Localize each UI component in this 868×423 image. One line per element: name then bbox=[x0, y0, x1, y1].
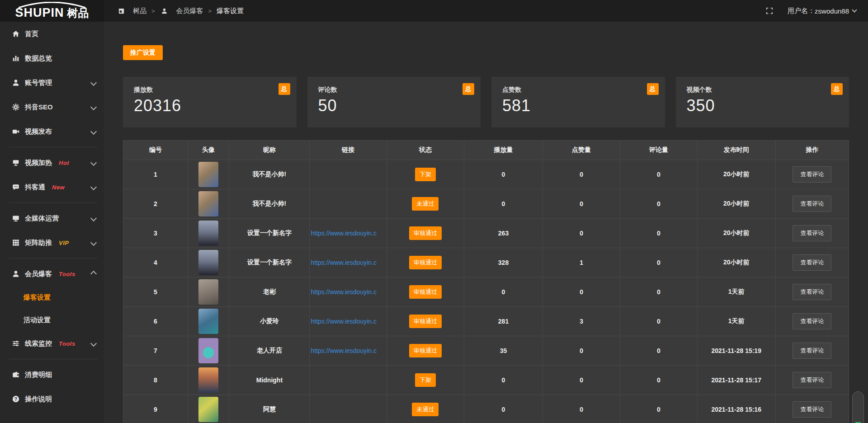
comments-count: 0 bbox=[620, 336, 697, 366]
publish-time: 2021-11-28 15:17 bbox=[697, 366, 775, 395]
sidebar-item-operation-guide[interactable]: ? 操作说明 bbox=[0, 387, 104, 411]
chevron-down-icon bbox=[90, 160, 97, 166]
breadcrumb-item-member-baoke[interactable]: 会员爆客 bbox=[160, 6, 203, 15]
sidebar: 首页 数据总览 账号管理 抖音SEO 视频发布 视频加热 Hot 抖客通 New… bbox=[0, 22, 104, 423]
sidebar-item-label: 首页 bbox=[25, 30, 38, 38]
stat-value: 350 bbox=[687, 96, 839, 115]
nickname: 设置一个新名字 bbox=[229, 219, 310, 248]
sidebar-item-label: 抖客通 bbox=[25, 183, 45, 192]
user-menu[interactable]: 用户名： zswodun88 bbox=[788, 7, 856, 15]
sidebar-item-video-publish[interactable]: 视频发布 bbox=[0, 119, 104, 144]
chevron-down-icon bbox=[852, 7, 857, 12]
logo-arc bbox=[16, 2, 88, 8]
plays-count: 328 bbox=[464, 248, 542, 277]
fullscreen-icon[interactable] bbox=[765, 6, 774, 15]
breadcrumb-item-root[interactable]: 树品 bbox=[117, 6, 146, 15]
stats-row: 播放数 20316 总 评论数 50 总 点赞数 581 总 视频个数 350 … bbox=[123, 77, 849, 127]
avatar bbox=[198, 250, 218, 275]
video-link[interactable]: https://www.iesdouyin.c bbox=[311, 259, 377, 266]
dashboard-icon bbox=[117, 6, 126, 15]
status-badge: 下架 bbox=[415, 168, 436, 181]
view-comments-button[interactable]: 查看评论 bbox=[793, 313, 831, 329]
likes-count: 3 bbox=[542, 307, 620, 336]
sidebar-item-data-overview[interactable]: 数据总览 bbox=[0, 46, 104, 70]
likes-count: 0 bbox=[542, 219, 620, 248]
video-link[interactable]: https://www.iesdouyin.c bbox=[311, 288, 377, 296]
sidebar-item-consume-detail[interactable]: 消费明细 bbox=[0, 362, 104, 387]
user-icon bbox=[11, 78, 20, 87]
sidebar-item-douyin-seo[interactable]: 抖音SEO bbox=[0, 95, 104, 119]
sidebar-item-label: 账号管理 bbox=[25, 79, 52, 87]
nickname: 老人开店 bbox=[229, 336, 310, 366]
chevron-down-icon bbox=[90, 340, 97, 347]
sidebar-item-member-baoke[interactable]: 会员爆客 Tools bbox=[0, 262, 104, 286]
status-badge: 审核通过 bbox=[409, 226, 442, 240]
status-badge: 审核通过 bbox=[409, 344, 442, 357]
sidebar-item-badge: Tools bbox=[59, 271, 75, 277]
sidebar-item-clue-monitor[interactable]: 线索监控 Tools bbox=[0, 331, 104, 356]
row-id: 2 bbox=[123, 189, 188, 219]
column-header-avatar: 头像 bbox=[188, 141, 229, 160]
comments-count: 0 bbox=[620, 160, 697, 189]
sidebar-item-account-management[interactable]: 账号管理 bbox=[0, 70, 104, 95]
stat-card: 评论数 50 总 bbox=[307, 77, 481, 127]
sidebar-subitem-baoke-settings[interactable]: 爆客设置 bbox=[0, 286, 104, 309]
sidebar-subitem-label: 活动设置 bbox=[24, 316, 51, 324]
total-badge: 总 bbox=[278, 83, 290, 95]
avatar bbox=[198, 338, 218, 363]
gear-icon bbox=[11, 103, 20, 112]
total-badge: 总 bbox=[462, 83, 474, 95]
table-row: 8 Midnight 下架 0 0 0 2021-11-28 15:17 查看评… bbox=[123, 366, 849, 395]
main-content: 推广设置 播放数 20316 总 评论数 50 总 点赞数 581 总 视频个数… bbox=[104, 22, 868, 423]
status-badge: 未通过 bbox=[412, 197, 439, 211]
person-icon bbox=[160, 6, 169, 15]
view-comments-button[interactable]: 查看评论 bbox=[793, 196, 831, 212]
chevron-down-icon bbox=[90, 104, 97, 110]
view-comments-button[interactable]: 查看评论 bbox=[793, 343, 831, 359]
sidebar-menu: 首页 数据总览 账号管理 抖音SEO 视频发布 视频加热 Hot 抖客通 New… bbox=[0, 22, 104, 411]
sidebar-item-matrix-boost[interactable]: 矩阵助推 VIP bbox=[0, 230, 104, 255]
sidebar-subitem-activity-settings[interactable]: 活动设置 bbox=[0, 309, 104, 331]
help-icon: ? bbox=[11, 395, 20, 404]
view-comments-button[interactable]: 查看评论 bbox=[793, 166, 831, 183]
avatar bbox=[198, 162, 218, 187]
view-comments-button[interactable]: 查看评论 bbox=[793, 225, 831, 241]
comments-count: 0 bbox=[620, 189, 697, 219]
status-badge: 审核通过 bbox=[409, 315, 442, 328]
sidebar-item-doukertong[interactable]: 抖客通 New bbox=[0, 175, 104, 199]
row-id: 4 bbox=[123, 248, 188, 277]
row-id: 8 bbox=[123, 366, 188, 395]
nickname: 老彬 bbox=[229, 277, 310, 307]
sidebar-item-label: 矩阵助推 bbox=[25, 239, 52, 247]
breadcrumb-item-current: 爆客设置 bbox=[217, 7, 244, 15]
likes-count: 0 bbox=[542, 395, 620, 423]
stat-card: 点赞数 581 总 bbox=[491, 77, 665, 127]
screen-icon bbox=[11, 158, 20, 167]
breadcrumb-separator: > bbox=[208, 8, 212, 14]
view-comments-button[interactable]: 查看评论 bbox=[793, 254, 831, 271]
comments-count: 0 bbox=[620, 395, 697, 423]
avatar bbox=[198, 397, 218, 422]
sidebar-item-video-heat[interactable]: 视频加热 Hot bbox=[0, 150, 104, 175]
video-link[interactable]: https://www.iesdouyin.c bbox=[311, 230, 377, 237]
view-comments-button[interactable]: 查看评论 bbox=[793, 372, 831, 388]
table-row: 3 设置一个新名字 https://www.iesdouyin.c 审核通过 2… bbox=[123, 219, 849, 248]
avatar bbox=[198, 221, 218, 246]
sidebar-item-omni-media[interactable]: 全媒体运营 bbox=[0, 206, 104, 230]
promo-settings-button[interactable]: 推广设置 bbox=[123, 45, 163, 60]
view-comments-button[interactable]: 查看评论 bbox=[793, 401, 831, 418]
sidebar-item-badge: Hot bbox=[59, 160, 69, 166]
video-link[interactable]: https://www.iesdouyin.c bbox=[311, 318, 377, 325]
plays-count: 263 bbox=[464, 219, 542, 248]
sidebar-item-home[interactable]: 首页 bbox=[0, 22, 104, 46]
likes-count: 0 bbox=[542, 160, 620, 189]
bar-chart-icon bbox=[11, 54, 20, 63]
video-link[interactable]: https://www.iesdouyin.c bbox=[311, 347, 377, 354]
avatar bbox=[198, 279, 218, 305]
view-comments-button[interactable]: 查看评论 bbox=[793, 284, 831, 300]
scrollbar-widget[interactable] bbox=[852, 391, 864, 423]
username-label: 用户名： bbox=[788, 7, 815, 15]
publish-time: 20小时前 bbox=[697, 160, 775, 189]
row-id: 6 bbox=[123, 307, 188, 336]
home-icon bbox=[11, 29, 20, 38]
